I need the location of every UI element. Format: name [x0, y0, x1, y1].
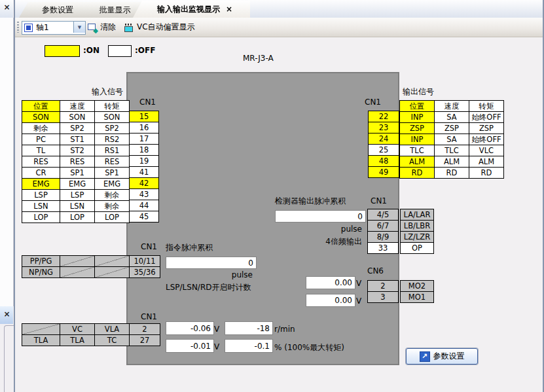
- signal-cell: LSP: [22, 190, 60, 200]
- signal-cell: LOP: [22, 212, 60, 223]
- tab-close-icon[interactable]: ×: [226, 5, 232, 14]
- encoder-pin-column: 4/56/78/933: [367, 209, 399, 254]
- parameter-settings-button[interactable]: 参数设置: [406, 348, 478, 365]
- encoder-pulse-label: 检测器输出脉冲累积: [275, 196, 346, 207]
- encoder-pulse-note: 4倍频输出: [275, 236, 362, 247]
- cn6-pin-column: 23: [367, 280, 399, 303]
- column-header: 位置: [400, 101, 434, 111]
- signal-cell: RES: [22, 156, 60, 167]
- pin-cell: 45: [130, 211, 158, 222]
- pin-cell: 2: [130, 324, 160, 334]
- axis-icon: [24, 24, 33, 32]
- na-cell: [95, 256, 129, 266]
- vc-voltage-value: -0.06: [166, 321, 214, 335]
- signal-cell: ALM: [400, 156, 434, 167]
- tab-parameter-settings[interactable]: 参数设置: [19, 2, 90, 18]
- pin-cell: 6/7: [368, 221, 398, 231]
- vc-auto-offset-button[interactable]: VC自动偏置显示: [124, 20, 195, 34]
- command-pulse-label: 指令脉冲累积: [166, 242, 213, 253]
- signal-cell: CR: [22, 168, 60, 178]
- axis-select[interactable]: 轴1: [22, 21, 86, 35]
- speed-unit: r/min: [274, 325, 295, 334]
- tla-voltage-value: -0.01: [166, 339, 214, 353]
- signal-cell: VLC: [469, 145, 503, 156]
- speed-value: -18: [225, 321, 273, 335]
- cn6-label: CN6: [367, 266, 384, 276]
- signal-cell: RD: [435, 168, 469, 178]
- signal-cell: SON: [95, 112, 129, 122]
- legend-off-label: :OFF: [135, 46, 155, 55]
- signal-cell: SON: [22, 112, 60, 122]
- analog-input-table: VC VLA 2 TLA TLA TC 27: [22, 323, 160, 346]
- signal-cell: INP: [400, 112, 434, 122]
- toolbar-grip[interactable]: [17, 22, 19, 33]
- clear-button[interactable]: 清除: [88, 20, 116, 34]
- signal-cell: SA: [435, 134, 469, 145]
- signal-cell: RD: [469, 168, 503, 178]
- signal-cell: ST1: [60, 134, 94, 145]
- pin-cell: 3: [368, 292, 398, 302]
- signal-cell: RD: [400, 168, 434, 178]
- signal-cell: 剩余: [22, 123, 60, 134]
- vc-voltage-unit: V: [214, 325, 219, 334]
- panel-close-icon[interactable]: ×: [2, 3, 12, 12]
- axis-select-value: 轴1: [36, 22, 49, 33]
- tla-voltage-unit: V: [214, 342, 219, 351]
- signal-cell: 剩余: [95, 190, 129, 200]
- command-cn1-label: CN1: [141, 242, 157, 251]
- signal-cell: MO1: [401, 292, 433, 302]
- pin-cell: 43: [130, 189, 158, 200]
- signal-cell: RS2: [95, 134, 129, 145]
- pin-cell: 8/9: [368, 232, 398, 242]
- signal-cell: LSN: [60, 201, 94, 211]
- signal-cell: LOP: [60, 212, 94, 223]
- panel-corner-border: [4, 325, 14, 392]
- vc-button-label: VC自动偏置显示: [137, 22, 195, 33]
- docked-panel-edge: [0, 18, 14, 306]
- column-header: 转矩: [469, 101, 503, 111]
- column-header: 速度: [435, 101, 469, 111]
- encoder-signal-column: LA/LARLB/LBRLZ/LZROP: [400, 209, 434, 254]
- signal-cell: SA: [435, 112, 469, 122]
- pin-cell: 18: [130, 145, 158, 155]
- vc-offset-icon: [124, 23, 134, 32]
- signal-cell: LB/LBR: [401, 221, 433, 231]
- signal-cell: VLA: [95, 324, 129, 334]
- legend-on-swatch: [45, 45, 80, 57]
- signal-cell: PC: [22, 134, 60, 145]
- pin-cell: 4/5: [368, 209, 398, 220]
- signal-cell: OP: [401, 243, 433, 253]
- pin-cell: 22: [369, 111, 399, 122]
- legend-on-label: :ON: [83, 46, 100, 55]
- pin-cell: 16: [130, 122, 158, 133]
- tab-label: 输入输出监视显示: [157, 4, 220, 15]
- signal-cell: TLA: [22, 335, 60, 346]
- torque-value: -0.1: [225, 339, 273, 353]
- chevron-down-icon[interactable]: [73, 22, 85, 33]
- pin-cell: 42: [130, 178, 158, 188]
- command-pulse-unit: pulse: [166, 270, 253, 279]
- signal-cell: LOP: [95, 212, 129, 223]
- pin-cell: 25: [369, 145, 399, 155]
- tab-batch-display[interactable]: 批量显示: [81, 2, 142, 18]
- analog-cn1-label: CN1: [141, 312, 157, 321]
- output-signal-table: 位置速度转矩INPSA始终OFFZSPZSPZSPINPSA始终OFFTLCTL…: [399, 100, 504, 179]
- signal-cell: EMG: [95, 179, 129, 189]
- input-cn1-label: CN1: [139, 98, 156, 107]
- tab-label: 批量显示: [100, 5, 131, 16]
- input-signal-table: 位置速度转矩SONSONSON剩余SP2SP2PCST1RS2TLST2RS1R…: [22, 100, 130, 223]
- pin-cell: 27: [130, 335, 160, 346]
- signal-cell: ST2: [60, 145, 94, 156]
- tab-io-monitor-display[interactable]: 输入输出监视显示 ×: [133, 1, 250, 18]
- io-monitor-window: × × 参数设置 批量显示 输入输出监视显示 × 轴1 清除 VC自动偏置显示 …: [0, 0, 544, 392]
- signal-cell: LSN: [22, 201, 60, 211]
- panel-close-icon-lower[interactable]: ×: [2, 310, 12, 319]
- signal-cell: LSP: [60, 190, 94, 200]
- signal-cell: EMG: [60, 179, 94, 189]
- signal-cell: 始终OFF: [469, 112, 503, 122]
- clear-button-label: 清除: [100, 22, 116, 33]
- signal-cell: TL: [22, 145, 60, 156]
- pin-cell: 19: [130, 156, 158, 166]
- signal-cell: VC: [60, 324, 94, 334]
- mo2-voltage-value: 0.00: [306, 276, 355, 289]
